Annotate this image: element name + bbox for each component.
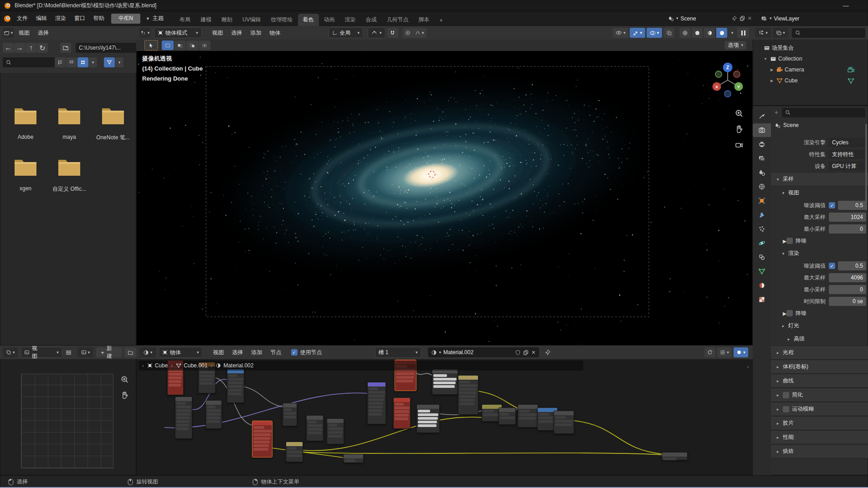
viewlayer-dropdown-icon[interactable]: ▾ [770,16,772,20]
shader-node[interactable] [393,397,411,429]
workspace-tab-合成[interactable]: 合成 [361,14,382,26]
subpanel-label[interactable]: 降噪 [796,310,806,317]
file-path-field[interactable]: C:\Users\ly147\... [76,43,138,53]
transform-orientation-dropdown[interactable]: 全局▾ [329,27,364,38]
file-search-field[interactable] [3,57,56,67]
snap-magnet-toggle[interactable] [387,28,398,38]
shading-wireframe-button[interactable] [679,28,690,38]
field-value[interactable]: 支持特性 [829,150,866,159]
node-header[interactable] [458,376,478,380]
node-header[interactable] [206,401,221,405]
field-value[interactable]: 1024 [829,213,866,222]
prop-field-最小采样[interactable]: 最小采样 0 [771,223,868,235]
workspace-tab-动画[interactable]: 动画 [319,14,340,26]
camera-green-icon[interactable] [847,66,854,73]
forward-button[interactable]: → [14,43,25,53]
properties-nav-icon[interactable] [774,110,779,115]
mode-dropdown[interactable]: 物体模式▾ [154,27,202,38]
camera-view-icon[interactable] [734,141,744,150]
expand-arrow[interactable]: ▸ [776,379,780,383]
menus-collapsed-icon[interactable] [65,349,72,356]
snap-dropdown[interactable]: ▾ [368,27,385,38]
section-label[interactable]: 简化 [792,391,803,399]
language-toggle-button[interactable]: 中/EN [111,14,140,24]
editor-type-button[interactable]: ▾ [3,28,14,38]
properties-tab-viewlayer[interactable] [753,152,771,165]
filter-settings-dropdown[interactable]: ▾ [115,57,123,67]
properties-tab-output[interactable] [753,137,771,151]
properties-search-field[interactable] [782,108,865,117]
node-header[interactable] [518,405,538,409]
proportional-editing-toggle[interactable] [403,28,413,38]
collapse-arrow[interactable]: ▾ [776,177,780,182]
pin-icon[interactable] [731,15,737,21]
scrollbar[interactable] [865,124,867,210]
editor-type-button[interactable]: ▾ [3,347,18,357]
checkbox[interactable] [786,238,793,244]
outliner-row-Cube[interactable]: ▶ Cube [756,75,866,86]
properties-tab-render[interactable] [753,123,771,137]
expand-arrow[interactable]: ▸ [783,309,786,318]
viewlayer-name[interactable]: ViewLayer [774,15,800,22]
image-datablock-dropdown[interactable]: ▾ [77,347,93,357]
node-header[interactable] [252,421,272,425]
image-canvas[interactable] [21,374,113,468]
shading-rendered-button[interactable] [716,28,727,38]
refresh-button[interactable]: ↻ [37,43,48,53]
prop-section-体积(卷标)[interactable]: ▸体积(卷标) [771,360,868,374]
workspace-tab-布局[interactable]: 布局 [175,14,195,26]
subsection-label[interactable]: 视图 [788,189,799,197]
sidebar-collapse-arrow[interactable]: ‹ [747,364,749,369]
editor-type-button[interactable]: ▾ [139,28,150,38]
shader-node[interactable] [306,415,324,441]
node-header[interactable] [368,382,385,386]
section-label[interactable]: 性能 [783,433,794,441]
menu-帮助[interactable]: 帮助 [89,11,108,26]
prop-field-最大采样[interactable]: 最大采样 1024 [771,211,868,223]
checkbox[interactable]: ✓ [829,202,835,208]
node-header[interactable] [417,405,439,409]
menu-文件[interactable]: 文件 [13,11,32,26]
workspace-tab-几何节点[interactable]: 几何节点 [382,14,414,26]
file-browser-menu-选择[interactable]: 选择 [34,26,53,40]
folder-item[interactable]: xgen [5,156,46,192]
unlink-icon[interactable]: ✕ [748,15,752,21]
filter-dropdown[interactable]: ▾ [773,28,788,38]
outliner-row-场景集合[interactable]: 场景集合 [756,42,866,53]
folder-item[interactable]: Adobe [5,105,46,140]
visibility-dropdown[interactable]: ▾ [613,28,628,38]
section-label[interactable]: 胶片 [783,419,794,427]
expand-arrow[interactable]: ▸ [776,393,780,397]
menu-渲染[interactable]: 渲染 [51,11,70,26]
pan-hand-icon[interactable] [120,391,129,399]
node-header[interactable] [307,416,323,420]
select-extend-mode-button[interactable] [174,41,186,50]
open-image-button[interactable] [124,347,136,357]
expand-arrow[interactable]: ▸ [776,407,780,412]
blender-menu-icon[interactable] [4,15,11,22]
workspace-tab-雕刻[interactable]: 雕刻 [216,14,237,26]
tool-options-dropdown[interactable]: 选项▾ [724,41,746,50]
prop-section-采样[interactable]: ▾采样 [771,172,868,186]
prop-checkfield-噪波阈值[interactable]: 噪波阈值 ✓0.5 [771,199,868,211]
thumbnail-view-button[interactable] [77,57,88,67]
viewport-menu-选择[interactable]: 选择 [227,26,247,40]
prop-field-最小采样[interactable]: 最小采样 0 [771,284,868,295]
section-label[interactable]: 采样 [783,175,794,183]
scene-selector[interactable]: ▾ Scene ✕ [665,14,755,24]
prop-subpanel-降噪[interactable]: ▸降噪 [771,307,868,319]
shading-dropdown[interactable]: ▾ [729,28,736,38]
select-subtract-mode-button[interactable] [186,41,198,50]
checkbox[interactable]: ✓ [829,263,835,269]
outliner-row-Camera[interactable]: ▶ Camera [756,64,866,75]
create-directory-button[interactable] [60,43,71,53]
prop-section-光程[interactable]: ▸光程 [771,346,868,360]
outliner-row-Collection[interactable]: ▼ Collection [756,53,866,64]
editor-type-button[interactable]: ▾ [755,28,771,38]
shader-node[interactable] [416,404,440,433]
shader-node[interactable] [518,404,538,427]
prop-section-性能[interactable]: ▸性能 [771,430,868,444]
checkbox[interactable] [786,310,793,316]
zoom-tool-icon[interactable] [734,109,744,118]
xray-toggle[interactable] [663,28,674,38]
